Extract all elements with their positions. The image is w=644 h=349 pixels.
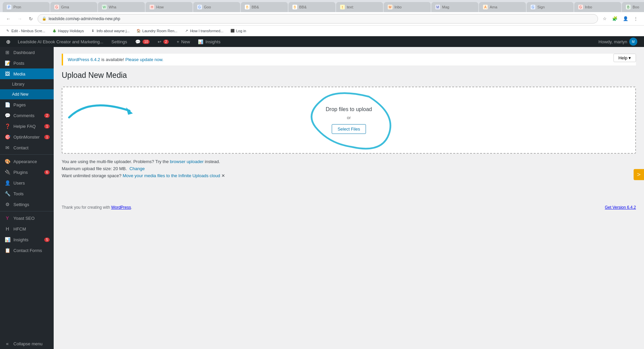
annotation-oval	[302, 87, 396, 154]
leadslide-icon: Λ	[636, 173, 641, 176]
contact-icon: ✉	[4, 145, 11, 150]
browser-tab[interactable]: WWha	[98, 2, 145, 12]
browser-tab[interactable]: GGma	[50, 2, 97, 12]
bookmark-item[interactable]: ↗ How I transformed...	[181, 28, 226, 34]
sidebar-item-pages[interactable]: 📄 Pages	[0, 99, 54, 110]
reload-button[interactable]: ↻	[27, 15, 35, 23]
sidebar-item-tools[interactable]: 🔧 Tools	[0, 188, 54, 199]
select-files-button[interactable]: Select Files	[332, 124, 366, 134]
update-link-text: Please update now.	[125, 57, 163, 62]
more-button[interactable]: ⋮	[632, 15, 640, 22]
browser-uploader-link[interactable]: browser uploader	[170, 159, 204, 164]
bookmark-item[interactable]: ⬛ Log in	[227, 28, 249, 34]
browser-tab[interactable]: MInbo	[384, 2, 431, 12]
bookmark-button[interactable]: ☆	[601, 15, 609, 22]
profile-button[interactable]: 👤	[621, 15, 630, 22]
wp-version-link[interactable]: WordPress 6.4.2	[68, 57, 100, 62]
browser-tab[interactable]: BBB&	[241, 2, 288, 12]
sidebar-item-yoast[interactable]: Y Yoast SEO	[0, 213, 54, 223]
bookmark-item[interactable]: 🎄 Happy Holidays	[49, 28, 87, 34]
sidebar-subitem-add-new[interactable]: Add New	[0, 89, 54, 99]
sidebar-item-appearance[interactable]: 🎨 Appearance	[0, 156, 54, 167]
leadslide-button[interactable]: Λ	[634, 169, 644, 180]
upload-area[interactable]: Drop files to upload or Select Files	[62, 87, 636, 154]
infinite-uploads-link[interactable]: Move your media files to the Infinite Up…	[123, 173, 220, 178]
sidebar-item-label: Dashboard	[13, 50, 35, 55]
bookmark-item[interactable]: ✎ Edit - Nimbus Scre...	[3, 28, 48, 34]
browser-tab[interactable]: BBB&	[288, 2, 335, 12]
sidebar-item-label: Collapse menu	[13, 341, 43, 346]
wp-footer: Thank you for creating with WordPress. G…	[62, 198, 636, 210]
browser-tab[interactable]: GInbo	[574, 2, 621, 12]
admin-bar-insights[interactable]: 📊 Insights	[194, 36, 224, 47]
sidebar-item-posts[interactable]: 📝 Posts	[0, 58, 54, 68]
extensions-button[interactable]: 🧩	[610, 15, 620, 22]
wp-wrapper: ⊞ Dashboard 📝 Posts 🖼 Media Library Add …	[0, 47, 644, 349]
back-button[interactable]: ←	[4, 15, 13, 23]
browser-tab[interactable]: PPron	[3, 2, 50, 12]
sidebar-item-label: Tools	[13, 191, 23, 196]
add-new-label: Add New	[12, 92, 29, 97]
browser-tab[interactable]: HHow	[146, 2, 193, 12]
sidebar-item-media[interactable]: 🖼 Media	[0, 68, 54, 79]
update-now-link[interactable]: Please update now.	[125, 57, 163, 62]
browser-tab[interactable]: GSign	[527, 2, 574, 12]
admin-bar-settings[interactable]: Settings	[107, 36, 131, 47]
admin-bar-new[interactable]: + New	[173, 36, 194, 47]
address-bar[interactable]: 🔒 leadslide.com/wp-admin/media-new.php	[38, 14, 598, 23]
optinmonster-icon: 🎯	[4, 134, 11, 140]
wordpress-link[interactable]: WordPress	[111, 205, 131, 210]
browser-tab[interactable]: MMag	[431, 2, 478, 12]
bookmark-label: How I transformed...	[190, 29, 223, 33]
help-button-container: Help ▾	[613, 54, 636, 62]
sidebar-item-dashboard[interactable]: ⊞ Dashboard	[0, 47, 54, 58]
admin-bar-howdy[interactable]: Howdy, martyn M	[594, 36, 641, 47]
ssl-icon: 🔒	[42, 16, 47, 21]
dismiss-infinite-uploads[interactable]: ✕	[221, 173, 225, 178]
bookmark-label: Log in	[236, 29, 246, 33]
media-icon: 🖼	[4, 71, 11, 77]
sidebar-item-optinmonster[interactable]: 🎯 OptinMonster 1	[0, 132, 54, 142]
admin-bar-comments[interactable]: 💬 10	[131, 36, 154, 47]
admin-bar-right: Howdy, martyn M	[594, 36, 641, 47]
sidebar-item-collapse[interactable]: « Collapse menu	[0, 338, 54, 349]
browser-tab[interactable]: BBoo	[622, 2, 644, 12]
browser-tab[interactable]: AAma	[479, 2, 526, 12]
sidebar-item-label: Appearance	[13, 159, 37, 164]
change-max-upload-link[interactable]: Change	[129, 166, 145, 171]
sidebar-subitem-library[interactable]: Library	[0, 79, 54, 89]
sidebar-item-contact-forms[interactable]: 📋 Contact Forms	[0, 245, 54, 256]
select-files-label: Select Files	[337, 127, 360, 132]
get-version-link[interactable]: Get Version 6.4.2	[605, 205, 636, 210]
settings-label: Settings	[111, 39, 127, 44]
helpie-badge: 1	[44, 124, 50, 129]
comments-icon: 💬	[4, 113, 11, 118]
admin-bar-revisions[interactable]: ↩ 2	[154, 36, 173, 47]
sidebar-item-comments[interactable]: 💬 Comments 2	[0, 110, 54, 121]
sidebar-item-users[interactable]: 👤 Users	[0, 178, 54, 188]
uploader-info-line3: Want unlimited storage space? Move your …	[62, 173, 636, 178]
sidebar-item-plugins[interactable]: 🔌 Plugins 6	[0, 167, 54, 178]
browser-actions: ☆ 🧩 👤 ⋮	[601, 15, 640, 22]
admin-bar-site-title[interactable]: Leadslide AI Ebook Creator and Marketing…	[14, 36, 107, 47]
appearance-icon: 🎨	[4, 159, 11, 164]
bookmark-item[interactable]: ℹ Info about wayne j...	[88, 28, 132, 34]
sidebar-item-helpie-faq[interactable]: ❓ Helpie FAQ 1	[0, 121, 54, 132]
help-button[interactable]: Help ▾	[613, 54, 636, 62]
tools-icon: 🔧	[4, 191, 11, 196]
wp-logo[interactable]: ⊕	[3, 36, 14, 47]
sidebar-item-contact[interactable]: ✉ Contact	[0, 142, 54, 153]
insights-icon: 📊	[198, 39, 203, 44]
sidebar-item-label: HFCM	[13, 227, 26, 232]
annotation-arrow	[62, 91, 160, 124]
forward-button[interactable]: →	[15, 15, 24, 23]
browser-tab[interactable]: ttext:	[336, 2, 383, 12]
sidebar-item-label: Posts	[13, 61, 24, 66]
sidebar-item-insights[interactable]: 📊 Insights 5	[0, 234, 54, 245]
sidebar-item-settings[interactable]: ⚙ Settings	[0, 199, 54, 210]
comments-badge: 10	[143, 40, 150, 44]
browser-tab[interactable]: GGoo	[193, 2, 240, 12]
revisions-icon: ↩	[158, 39, 161, 44]
sidebar-item-hfcm[interactable]: H HFCM	[0, 223, 54, 234]
bookmark-item[interactable]: 🏠 Laundry Room Ren...	[133, 28, 180, 34]
